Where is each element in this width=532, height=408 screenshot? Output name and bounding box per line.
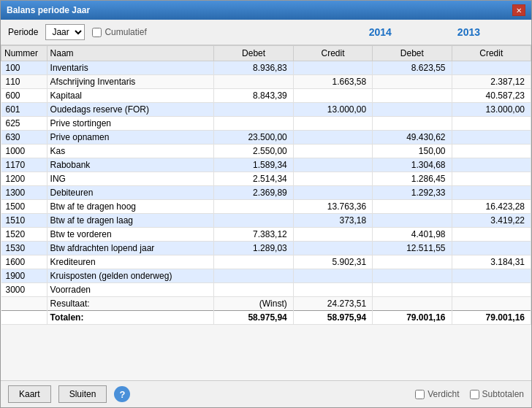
toolbar: Periode Jaar Cumulatief 2014 2013 [1, 20, 531, 45]
row-credit2 [452, 242, 531, 255]
row-credit1 [293, 117, 372, 131]
row-naam: Voorraden [47, 283, 214, 297]
footer-checkboxes: Verdicht Subtotalen [415, 389, 524, 399]
row-naam: Kas [47, 145, 214, 158]
row-credit2 [452, 269, 531, 283]
subtotalen-label: Subtotalen [482, 389, 524, 399]
resultaat-credit1: 24.273,51 [293, 297, 372, 311]
cumulatief-checkbox[interactable] [92, 28, 102, 37]
resultaat-num [1, 297, 48, 311]
row-debet2 [373, 255, 452, 269]
row-nummer: 1510 [1, 214, 48, 228]
table-row: 110 Afschrijving Inventaris 1.663,58 2.3… [1, 75, 531, 89]
row-nummer: 1170 [1, 158, 48, 172]
verdicht-label: Verdicht [428, 389, 459, 399]
subtotalen-checkbox[interactable] [470, 390, 479, 399]
row-naam: Debiteuren [47, 186, 214, 200]
col-credit2: Credit [452, 46, 531, 61]
row-debet2: 49.430,62 [373, 131, 452, 145]
kaart-button[interactable]: Kaart [8, 385, 51, 403]
row-credit1: 373,18 [293, 214, 372, 228]
row-credit2 [452, 228, 531, 242]
row-nummer: 100 [1, 61, 48, 75]
table-row: 1520 Btw te vorderen 7.383,12 4.401,98 [1, 228, 531, 242]
row-credit1 [293, 186, 372, 200]
row-debet1: 8.843,39 [214, 89, 293, 103]
totals-debet2: 79.001,16 [373, 311, 452, 325]
row-naam: Prive opnamen [47, 131, 214, 145]
resultaat-row: Resultaat: (Winst) 24.273,51 [1, 297, 531, 311]
table-container: Nummer Naam Debet Credit Debet Credit 10… [1, 45, 531, 380]
row-nummer: 630 [1, 131, 48, 145]
row-naam: Btw afdrachten lopend jaar [47, 242, 214, 255]
help-button[interactable]: ? [114, 386, 130, 402]
row-credit1 [293, 283, 372, 297]
row-credit2 [452, 283, 531, 297]
row-debet1: 23.500,00 [214, 131, 293, 145]
sluiten-button[interactable]: Sluiten [58, 385, 107, 403]
row-nummer: 601 [1, 103, 48, 117]
table-row: 1510 Btw af te dragen laag 373,18 3.419,… [1, 214, 531, 228]
window-title: Balans periode Jaar [7, 5, 90, 15]
row-debet1 [214, 269, 293, 283]
row-nummer: 1600 [1, 255, 48, 269]
row-debet1: 8.936,83 [214, 61, 293, 75]
row-credit1 [293, 242, 372, 255]
row-naam: Rabobank [47, 158, 214, 172]
resultaat-credit2 [452, 297, 531, 311]
row-naam: Oudedags reserve (FOR) [47, 103, 214, 117]
table-row: 601 Oudedags reserve (FOR) 13.000,00 13.… [1, 103, 531, 117]
row-debet1: 2.514,34 [214, 172, 293, 186]
row-naam: Btw te vorderen [47, 228, 214, 242]
totals-row: Totalen: 58.975,94 58.975,94 79.001,16 7… [1, 311, 531, 325]
row-debet1: 2.369,89 [214, 186, 293, 200]
main-window: Balans periode Jaar ✕ Periode Jaar Cumul… [0, 0, 532, 408]
table-row: 630 Prive opnamen 23.500,00 49.430,62 [1, 131, 531, 145]
close-button[interactable]: ✕ [512, 4, 525, 16]
row-debet2 [373, 117, 452, 131]
row-debet1 [214, 75, 293, 89]
row-naam: Inventaris [47, 61, 214, 75]
row-debet1 [214, 103, 293, 117]
col-nummer: Nummer [1, 46, 48, 61]
balance-table: Nummer Naam Debet Credit Debet Credit 10… [1, 45, 531, 325]
row-credit2 [452, 117, 531, 131]
periode-select[interactable]: Jaar [45, 24, 85, 40]
table-row: 1900 Kruisposten (gelden onderweg) [1, 269, 531, 283]
row-credit2 [452, 186, 531, 200]
row-credit1 [293, 145, 372, 158]
row-debet1 [214, 283, 293, 297]
cumulatief-checkbox-group: Cumulatief [92, 27, 146, 37]
year1-header-toolbar: 2014 [369, 26, 392, 38]
row-debet2: 4.401,98 [373, 228, 452, 242]
row-nummer: 1900 [1, 269, 48, 283]
row-naam: Krediteuren [47, 255, 214, 269]
row-debet2: 1.286,45 [373, 172, 452, 186]
col-debet1: Debet [214, 46, 293, 61]
row-credit1 [293, 61, 372, 75]
table-header: Nummer Naam Debet Credit Debet Credit [1, 46, 531, 61]
table-body: 100 Inventaris 8.936,83 8.623,55 110 Afs… [1, 61, 531, 325]
row-credit1 [293, 269, 372, 283]
periode-label: Periode [8, 27, 38, 37]
totals-credit2: 79.001,16 [452, 311, 531, 325]
row-credit2: 13.000,00 [452, 103, 531, 117]
row-credit2 [452, 172, 531, 186]
row-debet1: 7.383,12 [214, 228, 293, 242]
row-nummer: 1530 [1, 242, 48, 255]
table-row: 1000 Kas 2.550,00 150,00 [1, 145, 531, 158]
table-row: 1200 ING 2.514,34 1.286,45 [1, 172, 531, 186]
row-credit2 [452, 61, 531, 75]
row-nummer: 1000 [1, 145, 48, 158]
row-debet1 [214, 214, 293, 228]
row-credit2 [452, 131, 531, 145]
resultaat-label: Resultaat: [47, 297, 214, 311]
row-credit1: 5.902,31 [293, 255, 372, 269]
scroll-area[interactable]: Nummer Naam Debet Credit Debet Credit 10… [1, 45, 531, 380]
subtotalen-group: Subtotalen [470, 389, 524, 399]
table-row: 600 Kapitaal 8.843,39 40.587,23 [1, 89, 531, 103]
totals-label: Totalen: [47, 311, 214, 325]
row-nummer: 1200 [1, 172, 48, 186]
resultaat-winst: (Winst) [214, 297, 293, 311]
verdicht-checkbox[interactable] [415, 390, 425, 399]
